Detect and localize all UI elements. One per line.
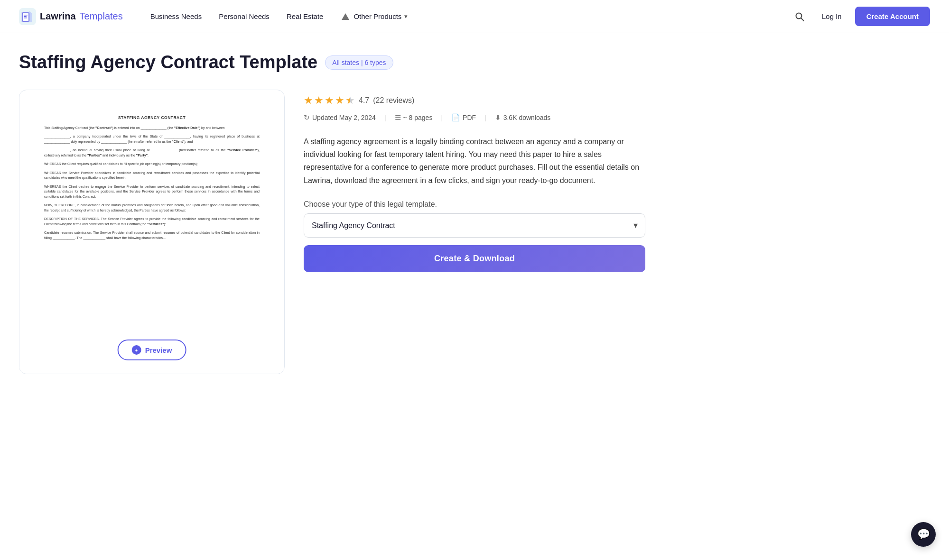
meta-divider-3: | [484,114,486,121]
page-title: Staffing Agency Contract Template [19,52,317,73]
meta-pages: ☰ ~ 8 pages [388,113,439,122]
meta-divider-2: | [441,114,443,121]
main-content: Staffing Agency Contract Template All st… [0,33,664,403]
eye-icon: ● [132,345,141,355]
file-icon: ☰ [395,113,401,122]
meta-format-text: PDF [463,114,476,121]
doc-paragraph-5: WHEREAS the Client desires to engage the… [44,184,260,200]
meta-downloads: ⬇ 3.6K downloads [488,113,558,122]
svg-rect-5 [24,18,27,18]
document-inner: STAFFING AGENCY CONTRACT This Staffing A… [31,101,273,244]
choose-label: Choose your type of this legal template. [304,200,645,209]
description-text: A staffing agency agreement is a legally… [304,135,645,187]
download-icon: ⬇ [495,113,501,122]
svg-marker-6 [342,13,349,20]
search-icon [794,11,805,22]
rating-row: ★ ★ ★ ★ ★ 4.7 (22 reviews) [304,94,645,107]
meta-divider-1: | [384,114,386,121]
meta-pages-text: ~ 8 pages [403,114,433,121]
star-2: ★ [314,94,324,107]
login-button[interactable]: Log In [816,9,847,24]
search-button[interactable] [791,8,809,26]
template-type-select[interactable]: Staffing Agency Contract [304,213,645,238]
logo[interactable]: Lawrina Templates [19,8,123,25]
right-panel: ★ ★ ★ ★ ★ 4.7 (22 reviews) ↻ Updated May… [304,90,645,272]
logo-templates-text: Templates [80,11,123,22]
mountain-icon [340,11,351,22]
doc-paragraph-8: Candidate resumes submission: The Servic… [44,230,260,240]
header: Lawrina Templates Business Needs Persona… [0,0,949,33]
preview-label: Preview [145,346,172,354]
main-nav: Business Needs Personal Needs Real Estat… [142,0,791,33]
doc-paragraph-3: WHEREAS the Client requires qualified ca… [44,162,260,167]
star-rating: ★ ★ ★ ★ ★ [304,94,355,107]
doc-paragraph-1: ______________, a company incorporated u… [44,134,260,144]
chevron-down-icon: ▾ [404,13,408,20]
meta-updated: ↻ Updated May 2, 2024 [304,113,382,122]
refresh-icon: ↻ [304,113,310,122]
nav-business-needs[interactable]: Business Needs [142,0,210,33]
meta-row: ↻ Updated May 2, 2024 | ☰ ~ 8 pages | 📄 … [304,113,645,122]
pdf-icon: 📄 [451,113,460,122]
document-title: STAFFING AGENCY CONTRACT [44,115,260,121]
rating-reviews: (22 reviews) [373,96,414,105]
star-half: ★ [345,94,355,107]
doc-paragraph-7: DESCRIPTION OF THE SERVICES. The Service… [44,217,260,227]
preview-button[interactable]: ● Preview [118,340,186,360]
header-right: Log In Create Account [791,7,930,26]
nav-real-estate[interactable]: Real Estate [278,0,332,33]
rating-value: 4.7 [359,96,369,105]
svg-rect-3 [24,15,28,16]
document-preview-card: STAFFING AGENCY CONTRACT This Staffing A… [19,90,285,374]
create-download-button[interactable]: Create & Download [304,245,645,272]
nav-personal-needs[interactable]: Personal Needs [210,0,278,33]
doc-paragraph-2: ______________, an individual having the… [44,148,260,158]
logo-icon [19,8,36,25]
page-badge: All states | 6 types [325,55,393,70]
create-account-button[interactable]: Create Account [855,7,930,26]
page-title-area: Staffing Agency Contract Template All st… [19,52,645,73]
star-3: ★ [325,94,334,107]
star-1: ★ [304,94,313,107]
meta-downloads-text: 3.6K downloads [503,114,551,121]
nav-other-products[interactable]: Other Products ▾ [332,0,416,33]
content-grid: STAFFING AGENCY CONTRACT This Staffing A… [19,90,645,374]
doc-paragraph-0: This Staffing Agency Contract (the "Cont… [44,126,260,131]
logo-lawrina-text: Lawrina [40,11,76,22]
meta-updated-text: Updated May 2, 2024 [312,114,376,121]
svg-line-8 [801,18,804,21]
other-products-label: Other Products [354,12,401,20]
doc-paragraph-4: WHEREAS the Service Provider specializes… [44,171,260,181]
select-wrapper: Staffing Agency Contract ▾ [304,213,645,238]
document-body: This Staffing Agency Contract (the "Cont… [44,126,260,241]
svg-rect-2 [22,13,29,21]
doc-paragraph-6: NOW, THEREFORE, in consideration of the … [44,203,260,213]
svg-rect-4 [24,16,27,17]
star-4: ★ [335,94,344,107]
meta-format: 📄 PDF [445,113,483,122]
